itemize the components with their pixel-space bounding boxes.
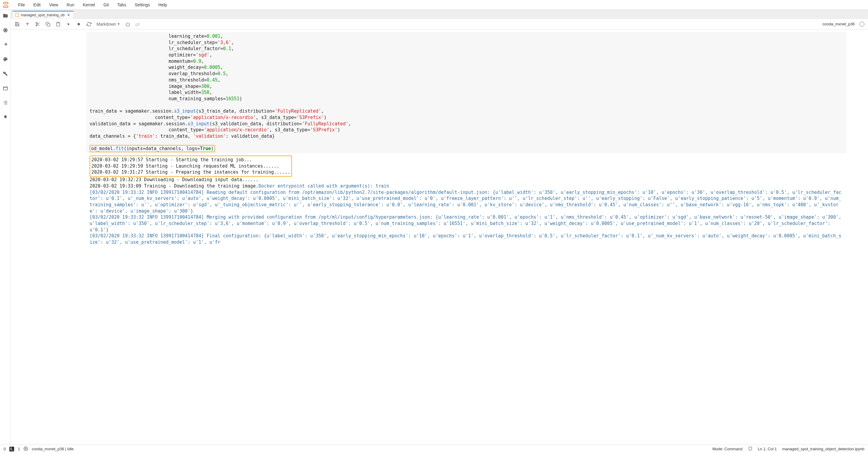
menubar: File Edit View Run Kernel Git Tabs Setti… — [0, 0, 868, 10]
statusbar: 0 $_ 1 conda_mxnet_p36 | Idle Mode: Comm… — [0, 445, 868, 453]
svg-point-0 — [3, 2, 8, 4]
svg-point-6 — [5, 58, 6, 58]
svg-point-5 — [4, 58, 5, 58]
toc-icon[interactable] — [2, 100, 8, 106]
tabs-icon[interactable] — [2, 85, 8, 91]
jupyter-logo-icon — [2, 1, 9, 8]
menu-view[interactable]: View — [45, 1, 62, 9]
chevron-down-icon: ▼ — [117, 22, 120, 26]
code-cell[interactable]: learning_rate=0.001, lr_scheduler_step='… — [87, 32, 846, 153]
svg-point-1 — [3, 6, 8, 7]
status-one: 1 — [18, 447, 20, 451]
gear-icon[interactable] — [24, 446, 28, 452]
save-icon[interactable] — [14, 22, 20, 27]
menu-edit[interactable]: Edit — [29, 1, 45, 9]
notebook-doc-icon — [16, 13, 19, 17]
git-icon[interactable] — [2, 42, 8, 48]
menu-help[interactable]: Help — [154, 1, 171, 9]
tab-notebook[interactable]: managed_spot_training_ob ✕ — [13, 11, 73, 19]
extension-icon[interactable] — [2, 114, 8, 120]
menu-settings[interactable]: Settings — [130, 1, 154, 9]
notebook-toolbar: + Markdown ▼ git conda_mxnet_p36 — [11, 19, 868, 30]
cell-type-label: Markdown — [96, 22, 116, 27]
svg-point-9 — [36, 22, 37, 24]
menu-tabs[interactable]: Tabs — [113, 1, 131, 9]
close-icon[interactable]: ✕ — [66, 13, 71, 17]
build-icon[interactable] — [2, 71, 8, 77]
terminal-icon[interactable]: $_ — [9, 447, 14, 452]
cut-icon[interactable] — [35, 22, 40, 27]
svg-point-10 — [36, 25, 37, 26]
left-sidebar — [0, 10, 11, 445]
cell-type-select[interactable]: Markdown ▼ — [96, 22, 120, 27]
menu-run[interactable]: Run — [62, 1, 79, 9]
svg-rect-11 — [48, 24, 50, 26]
status-filename: managed_spot_training_object_detection.i… — [782, 447, 864, 451]
notebook-content[interactable]: learning_rate=0.001, lr_scheduler_step='… — [11, 30, 868, 445]
cell-output: 2020-03-02 19:29:57 Starting - Starting … — [87, 155, 846, 246]
folder-icon[interactable] — [2, 13, 8, 19]
run-icon[interactable] — [66, 22, 71, 27]
status-kernel[interactable]: conda_mxnet_p36 | Idle — [32, 447, 73, 451]
power-icon[interactable] — [125, 22, 131, 27]
tabbar: managed_spot_training_ob ✕ — [11, 10, 868, 19]
stop-icon[interactable] — [76, 22, 82, 27]
svg-rect-3 — [4, 30, 6, 31]
menu-kernel[interactable]: Kernel — [79, 1, 99, 9]
svg-rect-12 — [57, 22, 59, 23]
status-cursor: Ln 1, Col 1 — [758, 447, 777, 451]
status-mode: Mode: Command — [712, 447, 743, 451]
status-zero: 0 — [4, 447, 6, 451]
svg-rect-13 — [78, 23, 80, 25]
svg-point-7 — [6, 59, 7, 59]
svg-rect-8 — [3, 87, 7, 90]
kernel-status-icon[interactable] — [860, 22, 864, 27]
menu-git[interactable]: Git — [99, 1, 113, 9]
running-icon[interactable] — [2, 27, 8, 33]
shield-icon[interactable] — [748, 446, 752, 452]
copy-icon[interactable] — [45, 22, 51, 27]
kernel-name[interactable]: conda_mxnet_p36 — [823, 22, 855, 26]
git-label[interactable]: git — [135, 22, 140, 27]
palette-icon[interactable] — [2, 56, 8, 62]
paste-icon[interactable] — [56, 22, 61, 27]
tab-title: managed_spot_training_ob — [21, 13, 65, 17]
menu-file[interactable]: File — [14, 1, 29, 9]
svg-point-4 — [4, 59, 4, 59]
add-cell-icon[interactable]: + — [25, 22, 30, 27]
restart-icon[interactable] — [86, 22, 92, 27]
svg-point-14 — [25, 448, 27, 449]
